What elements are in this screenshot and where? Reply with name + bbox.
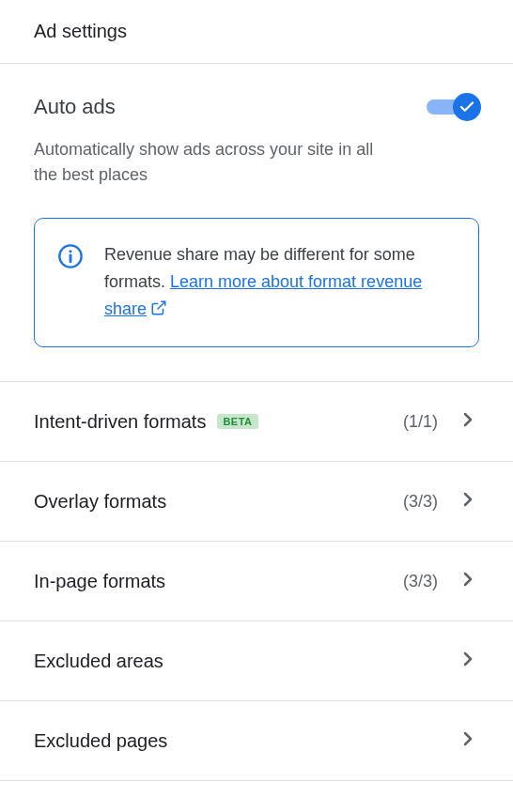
section-row-intent-driven-formats[interactable]: Intent-driven formatsBETA(1/1) bbox=[0, 382, 513, 462]
auto-ads-header-row: Auto ads bbox=[34, 94, 479, 120]
auto-ads-title: Auto ads bbox=[34, 95, 116, 119]
beta-badge: BETA bbox=[217, 414, 257, 429]
section-count: (3/3) bbox=[403, 572, 438, 591]
section-row-overlay-formats[interactable]: Overlay formats(3/3) bbox=[0, 462, 513, 542]
svg-point-2 bbox=[69, 250, 71, 253]
external-link-icon bbox=[150, 298, 167, 325]
section-count: (1/1) bbox=[403, 412, 438, 432]
section-row-in-page-formats[interactable]: In-page formats(3/3) bbox=[0, 542, 513, 621]
info-icon bbox=[57, 241, 84, 273]
chevron-right-icon bbox=[457, 648, 479, 674]
auto-ads-toggle[interactable] bbox=[427, 94, 479, 120]
section-label: Excluded areas bbox=[34, 651, 163, 672]
section-label: Excluded pages bbox=[34, 730, 167, 752]
section-count: (3/3) bbox=[403, 492, 438, 512]
check-icon bbox=[459, 99, 475, 115]
section-label: In-page formats bbox=[34, 571, 165, 592]
page-title: Ad settings bbox=[34, 21, 479, 42]
chevron-right-icon bbox=[457, 728, 479, 754]
chevron-right-icon bbox=[457, 568, 479, 594]
section-label: Overlay formats bbox=[34, 491, 166, 513]
toggle-thumb bbox=[453, 93, 481, 121]
auto-ads-section: Auto ads Automatically show ads across y… bbox=[0, 64, 513, 382]
svg-line-3 bbox=[158, 301, 165, 309]
sections-list: Intent-driven formatsBETA(1/1)Overlay fo… bbox=[0, 382, 513, 781]
section-row-excluded-areas[interactable]: Excluded areas bbox=[0, 621, 513, 701]
chevron-right-icon bbox=[457, 408, 479, 435]
info-box: Revenue share may be different for some … bbox=[34, 218, 479, 347]
info-text: Revenue share may be different for some … bbox=[104, 241, 452, 324]
auto-ads-description: Automatically show ads across your site … bbox=[34, 137, 391, 188]
section-row-excluded-pages[interactable]: Excluded pages bbox=[0, 701, 513, 781]
chevron-right-icon bbox=[457, 488, 479, 514]
header: Ad settings bbox=[0, 0, 513, 64]
section-label: Intent-driven formats bbox=[34, 411, 206, 433]
